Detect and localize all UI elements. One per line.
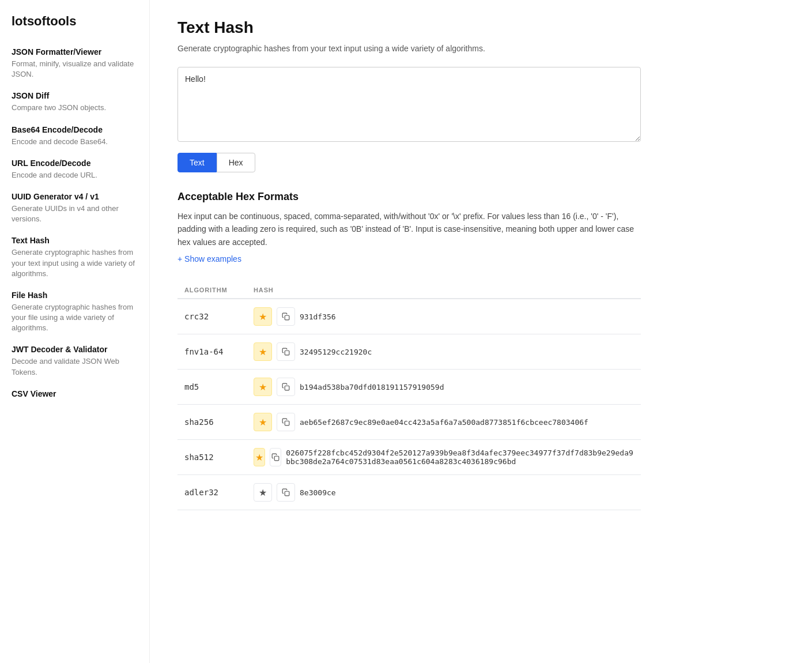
hash-cell: ★026075f228fcbc452d9304f2e520127a939b9ea… (247, 440, 641, 475)
star-button[interactable]: ★ (254, 413, 272, 431)
star-button[interactable]: ★ (254, 378, 272, 396)
sidebar-item-json-diff[interactable]: JSON Diff Compare two JSON objects. (12, 91, 138, 113)
copy-button[interactable] (277, 307, 295, 326)
hash-actions: ★aeb65ef2687c9ec89e0ae04cc423a5af6a7a500… (254, 413, 634, 431)
hash-value: 8e3009ce (300, 488, 336, 497)
table-header-row: ALGORITHM HASH (177, 282, 641, 299)
sidebar-item-title: JSON Diff (12, 91, 138, 100)
algo-name: adler32 (177, 475, 247, 510)
svg-rect-3 (285, 421, 289, 425)
show-examples-button[interactable]: + Show examples (177, 254, 241, 263)
hash-cell: ★8e3009ce (247, 475, 641, 510)
sidebar-item-title: File Hash (12, 291, 138, 300)
hash-actions: ★8e3009ce (254, 483, 634, 502)
sidebar-item-title: UUID Generator v4 / v1 (12, 192, 138, 201)
sidebar-item-desc: Generate cryptographic hashes from your … (12, 247, 138, 279)
hash-actions: ★b194ad538ba70dfd018191157919059d (254, 378, 634, 396)
svg-rect-1 (285, 351, 289, 355)
table-row: sha512★026075f228fcbc452d9304f2e520127a9… (177, 440, 641, 475)
hex-formats-section: Acceptable Hex Formats Hex input can be … (177, 191, 641, 263)
star-button[interactable]: ★ (254, 342, 272, 361)
algo-name: md5 (177, 370, 247, 405)
app-logo[interactable]: lotsoftools (12, 14, 138, 29)
toggle-text-button[interactable]: Text (177, 153, 217, 172)
sidebar-item-url-encode[interactable]: URL Encode/Decode Encode and decode URL. (12, 159, 138, 180)
sidebar-item-title: CSV Viewer (12, 389, 138, 398)
table-row: crc32★931df356 (177, 299, 641, 334)
star-button[interactable]: ★ (254, 307, 272, 326)
sidebar-item-text-hash[interactable]: Text Hash Generate cryptographic hashes … (12, 236, 138, 279)
svg-rect-4 (274, 456, 279, 461)
hash-value: 931df356 (300, 312, 336, 321)
sidebar-item-base64[interactable]: Base64 Encode/Decode Encode and decode B… (12, 125, 138, 147)
hash-cell: ★32495129cc21920c (247, 334, 641, 370)
sidebar-item-title: JWT Decoder & Validator (12, 345, 138, 354)
sidebar-item-title: Base64 Encode/Decode (12, 125, 138, 134)
sidebar-item-desc: Decode and validate JSON Web Tokens. (12, 356, 138, 377)
sidebar-item-file-hash[interactable]: File Hash Generate cryptographic hashes … (12, 291, 138, 334)
input-type-toggle: Text Hex (177, 153, 641, 172)
sidebar-item-jwt[interactable]: JWT Decoder & Validator Decode and valid… (12, 345, 138, 377)
main-content: Text Hash Generate cryptographic hashes … (150, 0, 669, 663)
sidebar-item-json-formatter[interactable]: JSON Formatter/Viewer Format, minify, vi… (12, 47, 138, 80)
table-row: md5★b194ad538ba70dfd018191157919059d (177, 370, 641, 405)
sidebar-item-title: URL Encode/Decode (12, 159, 138, 168)
algo-name: sha256 (177, 405, 247, 440)
hash-value: b194ad538ba70dfd018191157919059d (300, 383, 444, 391)
copy-button[interactable] (277, 342, 295, 361)
sidebar-item-csv-viewer[interactable]: CSV Viewer (12, 389, 138, 398)
hash-actions: ★931df356 (254, 307, 634, 326)
algo-name: sha512 (177, 440, 247, 475)
star-button[interactable]: ★ (254, 483, 272, 502)
sidebar-item-desc: Encode and decode Base64. (12, 137, 138, 147)
hash-value: 026075f228fcbc452d9304f2e520127a939b9ea8… (286, 449, 634, 466)
copy-button[interactable] (277, 378, 295, 396)
sidebar-item-desc: Compare two JSON objects. (12, 103, 138, 113)
sidebar-item-desc: Format, minify, visualize and validate J… (12, 59, 138, 80)
copy-button[interactable] (277, 413, 295, 431)
page-subtitle: Generate cryptographic hashes from your … (177, 44, 641, 53)
page-title: Text Hash (177, 18, 641, 37)
sidebar-item-title: JSON Formatter/Viewer (12, 47, 138, 56)
svg-rect-0 (285, 315, 289, 320)
copy-button[interactable] (270, 448, 281, 466)
sidebar-item-uuid[interactable]: UUID Generator v4 / v1 Generate UUIDs in… (12, 192, 138, 224)
results-table: ALGORITHM HASH crc32★931df356fnv1a-64★32… (177, 282, 641, 510)
hash-cell: ★931df356 (247, 299, 641, 334)
algo-name: fnv1a-64 (177, 334, 247, 370)
toggle-hex-button[interactable]: Hex (217, 153, 255, 172)
sidebar-item-desc: Generate cryptographic hashes from your … (12, 302, 138, 334)
hash-cell: ★aeb65ef2687c9ec89e0ae04cc423a5af6a7a500… (247, 405, 641, 440)
col-algorithm: ALGORITHM (177, 282, 247, 299)
algo-name: crc32 (177, 299, 247, 334)
svg-rect-5 (285, 491, 289, 496)
table-row: fnv1a-64★32495129cc21920c (177, 334, 641, 370)
hex-description: Hex input can be continuous, spaced, com… (177, 210, 641, 248)
copy-button[interactable] (277, 483, 295, 502)
hash-value: 32495129cc21920c (300, 348, 372, 356)
star-button[interactable]: ★ (254, 448, 265, 466)
table-row: sha256★aeb65ef2687c9ec89e0ae04cc423a5af6… (177, 405, 641, 440)
sidebar-item-desc: Generate UUIDs in v4 and other versions. (12, 204, 138, 224)
hash-actions: ★32495129cc21920c (254, 342, 634, 361)
table-row: adler32★8e3009ce (177, 475, 641, 510)
sidebar: lotsoftools JSON Formatter/Viewer Format… (0, 0, 150, 663)
sidebar-item-title: Text Hash (12, 236, 138, 245)
text-input[interactable]: Hello! (177, 67, 641, 142)
sidebar-item-desc: Encode and decode URL. (12, 170, 138, 180)
hex-section-title: Acceptable Hex Formats (177, 191, 641, 203)
hash-cell: ★b194ad538ba70dfd018191157919059d (247, 370, 641, 405)
svg-rect-2 (285, 386, 289, 390)
hash-actions: ★026075f228fcbc452d9304f2e520127a939b9ea… (254, 448, 634, 466)
hash-value: aeb65ef2687c9ec89e0ae04cc423a5af6a7a500a… (300, 418, 588, 427)
col-hash: HASH (247, 282, 641, 299)
